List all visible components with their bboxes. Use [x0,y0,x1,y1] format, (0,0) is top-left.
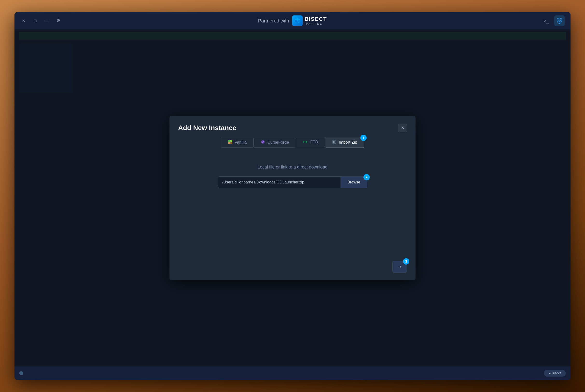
title-bar-center: Partnered with BISECT HOSTING [258,16,327,26]
settings-button[interactable]: ⚙ [55,18,62,24]
terminal-button[interactable]: >_ [542,16,551,25]
svg-rect-4 [228,140,230,142]
browse-wrapper: Browse 2 [341,176,367,188]
svg-rect-6 [228,142,230,144]
bisect-subtitle: HOSTING [305,22,327,26]
vanilla-icon [228,140,232,145]
curseforge-tab-wrapper: CurseForge [254,137,296,148]
bisect-name: BISECT [305,16,327,22]
browse-button[interactable]: Browse [341,176,367,188]
dialog-body: Local file or link to a direct download … [169,155,416,261]
tabs-container: Vanilla CurseForge [169,137,416,155]
badge-3: 3 [403,258,409,264]
ftb-tab-wrapper: FTb FTB [296,137,325,148]
partnered-text: Partnered with [258,18,289,24]
svg-text:FTb: FTb [303,141,307,144]
dialog-close-button[interactable]: ✕ [398,124,407,132]
svg-rect-11 [335,141,335,143]
dialog-footer: → 3 [169,261,416,280]
vanilla-tab-wrapper: Vanilla [221,137,254,148]
shield-button[interactable] [554,16,565,26]
dialog-title: Add New Instance [178,124,236,132]
status-dot [19,371,23,375]
bisect-cube-icon [292,16,303,26]
curseforge-icon [261,140,265,145]
bottom-right: ● Bisect [544,370,566,376]
svg-rect-9 [333,140,336,144]
title-bar-right: >_ [542,16,565,26]
instruction-text: Local file or link to a direct download [257,164,328,170]
badge-1: 1 [360,135,367,141]
bisect-logo[interactable]: BISECT HOSTING [292,16,327,26]
svg-rect-10 [333,141,334,143]
ftb-icon: FTb [303,140,308,144]
file-path-input[interactable] [218,176,341,188]
main-content: Add New Instance ✕ [14,30,571,366]
save-button[interactable]: □ [32,18,39,24]
badge-2: 2 [363,174,370,180]
close-button[interactable]: ✕ [20,18,27,24]
bottom-bar: ● Bisect [14,366,571,380]
import-zip-tab-wrapper: Import Zip 1 [325,137,364,148]
next-button-wrapper: → 3 [392,261,407,273]
title-bar-left: ✕ □ — ⚙ [20,18,62,24]
minimize-button[interactable]: — [43,18,50,24]
import-zip-tab-label: Import Zip [339,140,357,145]
tab-vanilla[interactable]: Vanilla [221,137,254,148]
import-zip-icon [332,140,336,145]
add-instance-dialog: Add New Instance ✕ [169,116,416,280]
ftb-tab-label: FTB [310,140,318,144]
vanilla-tab-label: Vanilla [235,140,247,145]
app-window: ✕ □ — ⚙ Partnered with BISECT HOSTING [14,12,571,380]
file-input-row: Browse 2 [218,176,367,188]
bisect-tag: ● Bisect [544,370,566,376]
svg-rect-5 [230,140,232,142]
tab-curseforge[interactable]: CurseForge [254,137,296,148]
dialog-header: Add New Instance ✕ [169,116,416,137]
bisect-logo-text: BISECT HOSTING [305,16,327,26]
title-bar: ✕ □ — ⚙ Partnered with BISECT HOSTING [14,12,571,30]
tab-ftb[interactable]: FTb FTB [296,137,325,147]
curseforge-tab-label: CurseForge [267,140,289,145]
svg-rect-7 [230,142,232,144]
tab-import-zip[interactable]: Import Zip [325,137,364,148]
